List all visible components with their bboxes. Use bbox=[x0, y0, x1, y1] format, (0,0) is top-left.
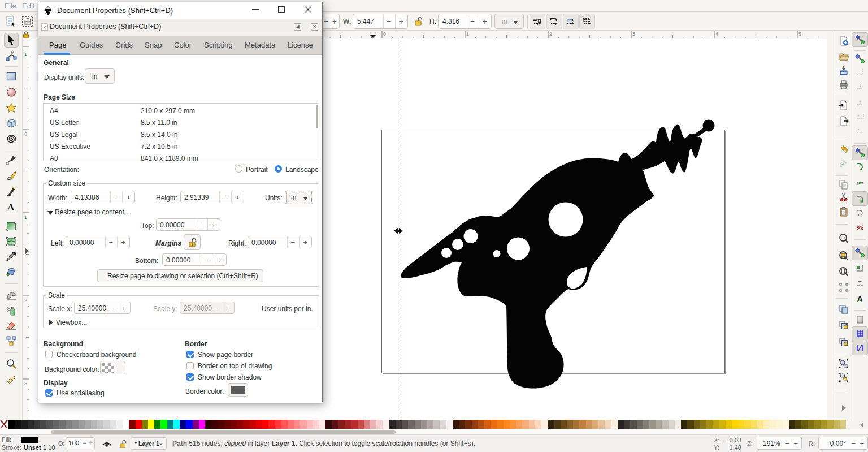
svg-text:A: A bbox=[7, 202, 15, 213]
svg-text:0: 0 bbox=[383, 31, 386, 37]
svg-text:2: 2 bbox=[549, 31, 552, 37]
svg-text:1: 1 bbox=[24, 214, 27, 220]
svg-text:3: 3 bbox=[24, 381, 27, 386]
svg-text:0: 0 bbox=[24, 131, 27, 137]
svg-text:4: 4 bbox=[715, 31, 718, 37]
svg-text:2: 2 bbox=[24, 298, 27, 303]
svg-text:5: 5 bbox=[798, 31, 801, 37]
svg-text:3: 3 bbox=[632, 31, 635, 37]
svg-text:1: 1 bbox=[24, 51, 27, 57]
svg-text:1: 1 bbox=[466, 31, 469, 37]
